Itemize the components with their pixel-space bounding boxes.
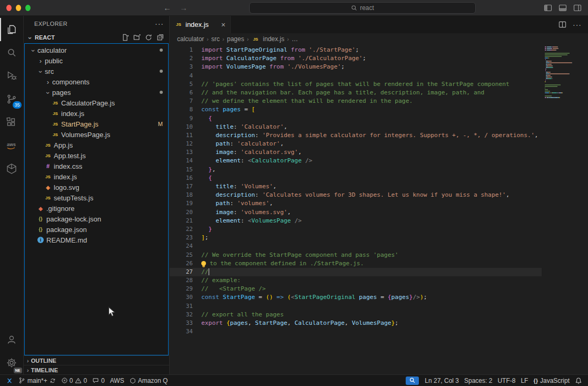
refresh-icon[interactable]: [145, 34, 152, 41]
code-line[interactable]: 28// example:: [170, 276, 542, 285]
settings-gear-icon[interactable]: NE: [0, 351, 24, 374]
code-line[interactable]: 14 element: <CalculatorPage />: [170, 157, 542, 165]
encoding-status[interactable]: UTF-8: [495, 375, 518, 386]
amazon-q-view-icon[interactable]: [0, 157, 24, 180]
outline-section-header[interactable]: › OUTLINE: [24, 355, 169, 365]
breadcrumb-item-symbol[interactable]: …: [291, 35, 298, 43]
tree-item-App.js[interactable]: JSApp.js: [25, 140, 168, 150]
code-line[interactable]: 23];: [170, 234, 542, 242]
code-line[interactable]: 30const StartPage = () => (<StartPageOri…: [170, 293, 542, 302]
tree-item-CalculatorPage.js[interactable]: JSCalculatorPage.js: [25, 98, 168, 108]
close-tab-icon[interactable]: ×: [221, 21, 226, 28]
code-line[interactable]: 12 path: 'calculator',: [170, 140, 542, 148]
code-line[interactable]: 3import VolumesPage from './VolumesPage'…: [170, 63, 542, 71]
tree-item-index.js[interactable]: JSindex.js: [25, 108, 168, 119]
code-line[interactable]: 32// export all the pages: [170, 311, 542, 319]
code-line[interactable]: 11 description: 'Provides a simple calcu…: [170, 131, 542, 140]
code-line[interactable]: 31: [170, 302, 542, 311]
new-folder-icon[interactable]: [133, 34, 141, 41]
code-line[interactable]: 1import StartPageOriginal from './StartP…: [170, 46, 542, 54]
code-line[interactable]: 16 {: [170, 174, 542, 182]
remote-indicator[interactable]: [3, 375, 16, 386]
code-line[interactable]: 21 element: <VolumesPage />: [170, 217, 542, 225]
tree-item-logo.svg[interactable]: ◈logo.svg: [25, 182, 168, 192]
tree-item-public[interactable]: ›public: [25, 55, 168, 66]
tree-item-.gitignore[interactable]: ◆.gitignore: [25, 203, 168, 214]
feedback-counter-status[interactable]: 0: [90, 375, 107, 386]
code-line[interactable]: 6// and the navigation bar. Each page ha…: [170, 89, 542, 97]
code-line[interactable]: 5// 'pages' contains the list of pages t…: [170, 80, 542, 89]
workspace-section-header[interactable]: › REACT: [24, 32, 169, 43]
command-center-search[interactable]: react: [249, 2, 476, 14]
tree-item-index.js[interactable]: JSindex.js: [25, 171, 168, 182]
editor-more-actions-icon[interactable]: ···: [573, 21, 582, 29]
explorer-icon[interactable]: [0, 18, 24, 41]
aws-status[interactable]: AWS: [107, 375, 127, 386]
code-line[interactable]: 22 }: [170, 225, 542, 234]
breadcrumb-item-file[interactable]: JS index.js: [251, 35, 285, 43]
code-line[interactable]: 10 title: 'Calculator',: [170, 123, 542, 131]
breadcrumb-item-calculator[interactable]: calculator: [177, 35, 204, 43]
extensions-icon[interactable]: [0, 111, 24, 134]
code-line[interactable]: 34: [170, 327, 542, 336]
run-debug-icon[interactable]: [0, 64, 24, 88]
tree-item-setupTests.js[interactable]: JSsetupTests.js: [25, 192, 168, 203]
code-line[interactable]: 26to the component defined in ./StartPag…: [170, 259, 542, 268]
tree-item-StartPage.js[interactable]: JSStartPage.jsM: [25, 119, 168, 129]
code-line[interactable]: 25// We override the StartPage component…: [170, 251, 542, 259]
code-line[interactable]: 15 },: [170, 166, 542, 174]
notifications-status[interactable]: [572, 375, 585, 386]
code-line[interactable]: 13 image: 'calculator.svg',: [170, 148, 542, 157]
branch-status[interactable]: main*+: [16, 375, 58, 386]
code-area[interactable]: 1import StartPageOriginal from './StartP…: [170, 46, 542, 336]
zoom-window-button[interactable]: [25, 5, 31, 11]
new-file-icon[interactable]: [122, 34, 129, 41]
tree-item-README.md[interactable]: iREADME.md: [25, 235, 168, 245]
problems-status[interactable]: 0 0: [58, 375, 90, 386]
breadcrumb-item-src[interactable]: src: [211, 35, 220, 43]
lightbulb-icon[interactable]: [201, 261, 206, 266]
code-line[interactable]: 29// <StartPage />: [170, 285, 542, 293]
toggle-panel-icon[interactable]: [558, 4, 567, 12]
tree-item-package-lock.json[interactable]: {}package-lock.json: [25, 214, 168, 224]
code-line[interactable]: 27//: [170, 268, 542, 276]
minimap[interactable]: [545, 46, 583, 100]
language-mode-status[interactable]: {} JavaScript: [531, 375, 572, 386]
eol-status[interactable]: LF: [518, 375, 531, 386]
aws-toolkit-icon[interactable]: aws: [0, 134, 24, 157]
code-line[interactable]: 4: [170, 72, 542, 80]
source-control-icon[interactable]: 35: [0, 88, 24, 111]
split-editor-icon[interactable]: [558, 21, 566, 28]
code-line[interactable]: 7// we define the element that will be r…: [170, 97, 542, 105]
code-line[interactable]: 18 description: 'Calculates volumes for …: [170, 191, 542, 199]
accounts-icon[interactable]: [0, 328, 24, 351]
code-line[interactable]: 9 {: [170, 114, 542, 123]
close-window-button[interactable]: [6, 5, 12, 11]
code-line[interactable]: 19 path: 'volumes',: [170, 199, 542, 208]
explorer-more-actions-icon[interactable]: ···: [155, 20, 164, 28]
code-line[interactable]: 8const pages = [: [170, 105, 542, 114]
collapse-all-icon[interactable]: [156, 34, 164, 41]
timeline-section-header[interactable]: › TIMELINE: [24, 365, 169, 374]
code-line[interactable]: 2import CalculatorPage from './Calculato…: [170, 54, 542, 63]
code-line[interactable]: 20 image: 'volumes.svg',: [170, 208, 542, 217]
forward-button[interactable]: →: [180, 3, 188, 12]
tab-index-js[interactable]: JS index.js ×: [170, 16, 231, 33]
amazon-q-status[interactable]: Amazon Q: [127, 375, 171, 386]
tree-item-components[interactable]: ›components: [25, 76, 168, 87]
cursor-position-status[interactable]: Ln 27, Col 3: [422, 375, 462, 386]
tree-item-calculator[interactable]: ›calculator: [25, 45, 168, 55]
customize-layout-icon[interactable]: [573, 4, 582, 12]
code-line[interactable]: 17 title: 'Volumes',: [170, 182, 542, 191]
back-button[interactable]: ←: [163, 3, 171, 12]
toggle-sidebar-icon[interactable]: [544, 4, 552, 12]
indentation-status[interactable]: Spaces: 2: [462, 375, 495, 386]
breadcrumb-item-pages[interactable]: pages: [227, 35, 244, 43]
tree-item-pages[interactable]: ›pages: [25, 87, 168, 98]
tree-item-package.json[interactable]: {}package.json: [25, 224, 168, 235]
tree-item-VolumesPage.js[interactable]: JSVolumesPage.js: [25, 129, 168, 140]
minimize-window-button[interactable]: [16, 5, 21, 11]
search-view-icon[interactable]: [0, 41, 24, 64]
zoom-status[interactable]: [406, 377, 419, 385]
tree-item-App.test.js[interactable]: JSApp.test.js: [25, 150, 168, 161]
